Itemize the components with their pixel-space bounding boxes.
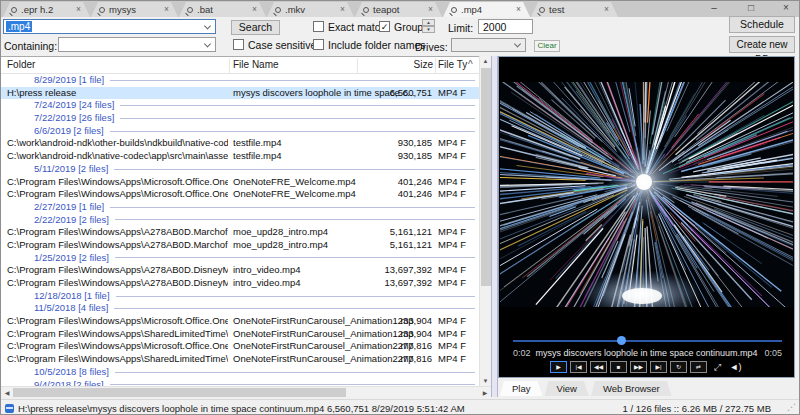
- table-row[interactable]: C:\Program Files\WindowsApps\A278AB0D.Di…: [1, 277, 479, 290]
- seek-bar[interactable]: [513, 340, 782, 342]
- group-header-row[interactable]: 9/4/2018 [2 files]: [1, 379, 479, 387]
- schedule-button[interactable]: Schedule: [729, 16, 795, 33]
- close-button[interactable]: ×: [775, 1, 797, 15]
- maximize-button[interactable]: □: [740, 1, 762, 15]
- chevron-down-icon[interactable]: [204, 40, 211, 47]
- horizontal-scroll-thumb[interactable]: [13, 388, 346, 397]
- repeat-button[interactable]: ↻: [670, 361, 687, 373]
- preview-tab-bar: PlayViewWeb Browser: [500, 381, 674, 396]
- play-button[interactable]: ▶: [550, 361, 567, 373]
- close-icon[interactable]: ×: [604, 4, 609, 14]
- case-sensitive-checkbox[interactable]: [233, 39, 244, 50]
- close-icon[interactable]: ×: [340, 4, 345, 14]
- group-header-row[interactable]: 2/22/2019 [2 files]: [1, 214, 479, 227]
- next-button[interactable]: ▶|: [650, 361, 667, 373]
- group-header-row[interactable]: 10/5/2018 [8 files]: [1, 366, 479, 379]
- table-row[interactable]: C:\Program Files\WindowsApps\Microsoft.O…: [1, 176, 479, 189]
- containing-input[interactable]: [58, 37, 216, 52]
- rewind-button[interactable]: ◀◀: [590, 361, 607, 373]
- horizontal-scrollbar[interactable]: ◀ ▶: [1, 386, 491, 397]
- document-tab-bat[interactable]: .bat×: [179, 2, 266, 17]
- fast-forward-button[interactable]: ▶▶: [630, 361, 647, 373]
- group-header-row[interactable]: 12/18/2018 [1 file]: [1, 290, 479, 303]
- scroll-down-icon[interactable]: ▼: [480, 378, 491, 384]
- close-icon[interactable]: ×: [516, 4, 521, 14]
- group-header-row[interactable]: 2/27/2019 [1 file]: [1, 201, 479, 214]
- close-icon[interactable]: ×: [428, 4, 433, 14]
- preview-tab-web-browser[interactable]: Web Browser: [591, 381, 672, 396]
- group-header-row[interactable]: 8/29/2019 [1 file]: [1, 74, 479, 87]
- scroll-up-icon[interactable]: ▲: [480, 58, 491, 64]
- vertical-scroll-thumb[interactable]: [481, 68, 491, 286]
- cell-folder: C:\Program Files\WindowsApps\A278AB0D.Ma…: [7, 226, 228, 239]
- document-tab-mkv[interactable]: .mkv×: [267, 2, 354, 17]
- cell-folder: C:\Program Files\WindowsApps\SharedLimit…: [7, 353, 228, 366]
- search-button[interactable]: Search: [231, 20, 280, 35]
- search-icon: [187, 7, 193, 13]
- search-input[interactable]: .mp4: [3, 19, 216, 34]
- document-tab-epr-h-2[interactable]: .epr h.2×: [3, 2, 90, 17]
- limit-input[interactable]: 2000: [478, 19, 533, 34]
- volume-button[interactable]: ◄): [728, 361, 743, 373]
- include-folder-names-label: Include folder names: [328, 39, 425, 51]
- table-row[interactable]: C:\Program Files\WindowsApps\Microsoft.O…: [1, 315, 479, 328]
- group-header-row[interactable]: 11/5/2018 [4 files]: [1, 302, 479, 315]
- table-row[interactable]: C:\Program Files\WindowsApps\Microsoft.O…: [1, 188, 479, 201]
- seek-handle[interactable]: [617, 336, 626, 345]
- video-player[interactable]: 0:02 mysys discovers loophole in time sp…: [498, 56, 795, 378]
- resize-grip[interactable]: ⋰: [787, 402, 796, 412]
- table-row[interactable]: C:\Program Files\WindowsApps\A278AB0D.Di…: [1, 264, 479, 277]
- column-header-file-name[interactable]: File Name: [233, 59, 279, 70]
- group-header-row[interactable]: 7/24/2019 [24 files]: [1, 99, 479, 112]
- close-icon[interactable]: ×: [76, 4, 81, 14]
- group-spinner-down[interactable]: ▼: [422, 26, 435, 33]
- table-row[interactable]: C:\work\android-ndk\native-codec\app\src…: [1, 150, 479, 163]
- table-row[interactable]: C:\Program Files\WindowsApps\Microsoft.O…: [1, 340, 479, 353]
- document-tab-mysys[interactable]: mysys×: [91, 2, 178, 17]
- document-tab-mp4[interactable]: .mp4×: [443, 2, 530, 17]
- group-header-row[interactable]: 6/6/2019 [2 files]: [1, 125, 479, 138]
- cell-size: 13,697,392: [331, 277, 432, 290]
- minimize-button[interactable]: –: [703, 1, 725, 15]
- scroll-right-icon[interactable]: ▶: [481, 389, 489, 396]
- group-checkbox[interactable]: ✓: [379, 21, 390, 32]
- cell-file-type: MP4 F: [438, 264, 478, 277]
- table-row[interactable]: C:\Program Files\WindowsApps\A278AB0D.Ma…: [1, 226, 479, 239]
- group-header-row[interactable]: 1/25/2019 [2 files]: [1, 252, 479, 265]
- preview-tab-play[interactable]: Play: [500, 381, 542, 396]
- group-spinner-up[interactable]: ▲: [422, 19, 435, 26]
- chevron-down-icon[interactable]: [204, 22, 211, 29]
- column-header-size[interactable]: Size: [361, 59, 433, 70]
- case-sensitive-label: Case sensitive: [248, 39, 316, 51]
- include-folder-names-checkbox[interactable]: [313, 39, 324, 50]
- exact-match-checkbox[interactable]: [313, 21, 324, 32]
- sort-ascending-icon[interactable]: ^: [468, 59, 473, 70]
- preview-tab-view[interactable]: View: [544, 381, 588, 396]
- group-divider: [115, 219, 475, 220]
- document-tab-teapot[interactable]: teapot×: [355, 2, 442, 17]
- group-header-row[interactable]: 5/11/2019 [2 files]: [1, 163, 479, 176]
- close-icon[interactable]: ×: [252, 4, 257, 14]
- column-header-file-type[interactable]: File Ty: [438, 59, 467, 70]
- group-header-row[interactable]: 7/22/2019 [26 files]: [1, 112, 479, 125]
- column-header-folder[interactable]: Folder: [7, 59, 35, 70]
- table-row[interactable]: C:\Program Files\WindowsApps\A278AB0D.Ma…: [1, 239, 479, 252]
- panel-splitter[interactable]: [491, 56, 498, 397]
- clear-button[interactable]: Clear: [534, 40, 560, 52]
- cell-size: 930,185: [331, 150, 432, 163]
- table-row[interactable]: C:\Program Files\WindowsApps\SharedLimit…: [1, 328, 479, 341]
- group-header-label: 10/5/2018 [8 files]: [34, 366, 109, 379]
- drives-select[interactable]: [451, 38, 526, 52]
- fullscreen-button[interactable]: ⤢: [710, 361, 725, 373]
- scroll-left-icon[interactable]: ◀: [3, 389, 11, 396]
- previous-button[interactable]: |◀: [570, 361, 587, 373]
- document-tab-test[interactable]: test×: [531, 2, 618, 17]
- table-row[interactable]: H:\press releasemysys discovers loophole…: [1, 87, 479, 100]
- close-icon[interactable]: ×: [164, 4, 169, 14]
- vertical-scrollbar[interactable]: ▲ ▼: [479, 56, 491, 386]
- table-row[interactable]: C:\Program Files\WindowsApps\SharedLimit…: [1, 353, 479, 366]
- stop-button[interactable]: ■: [610, 361, 627, 373]
- shuffle-button[interactable]: ⇄: [690, 361, 707, 373]
- create-new-db-button[interactable]: Create new DB: [729, 36, 795, 53]
- table-row[interactable]: C:\work\android-ndk\other-builds\ndkbuil…: [1, 137, 479, 150]
